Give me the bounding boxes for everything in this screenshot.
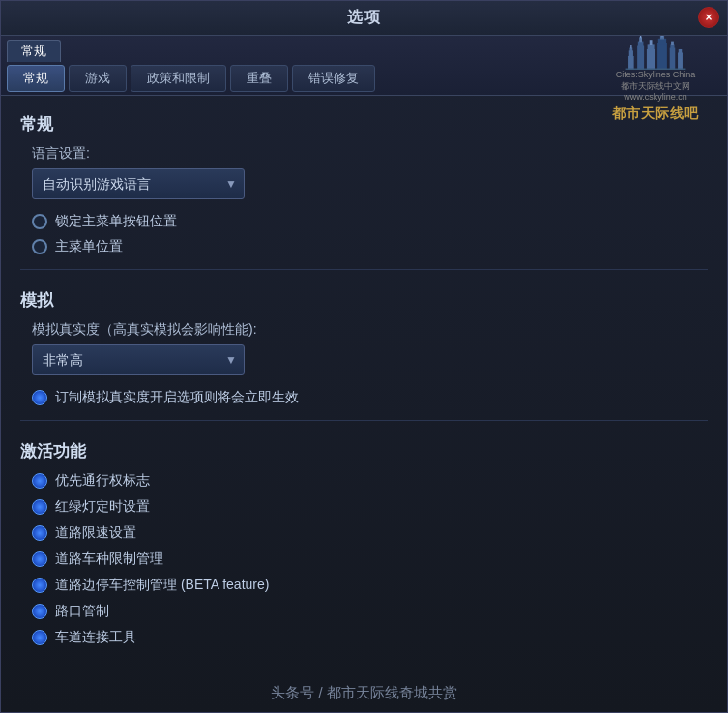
activate-section: 激活功能 优先通行权标志 红绿灯定时设置 道路限速设置 道路车种限制管理 <box>20 440 708 646</box>
tab-cuowu[interactable]: 错误修复 <box>292 65 375 92</box>
window-title: 选项 <box>347 8 382 28</box>
realism-select-wrap: 非常高 高 中 低 ▼ <box>32 344 245 375</box>
language-label: 语言设置: <box>32 145 708 163</box>
tab-chongdie[interactable]: 重叠 <box>230 65 288 92</box>
svg-rect-10 <box>650 40 653 45</box>
realism-note-label: 订制模拟真实度开启选项则将会立即生效 <box>55 389 299 406</box>
activate-item-junction-label: 路口管制 <box>55 603 109 620</box>
svg-rect-9 <box>648 44 655 50</box>
radio-circle-pos-icon <box>32 239 47 254</box>
tab-youxi[interactable]: 游戏 <box>69 65 127 92</box>
activate-item-speed-limit[interactable]: 道路限速设置 <box>32 524 708 542</box>
radio-main-pos[interactable]: 主菜单位置 <box>32 238 708 255</box>
section-title-activate: 激活功能 <box>20 440 708 462</box>
radio-circle-lock-icon <box>32 214 47 229</box>
activate-item-traffic-label: 红绿灯定时设置 <box>55 498 150 516</box>
language-select-wrap: 自动识别游戏语言 ▼ <box>32 168 245 199</box>
realism-label: 模拟真实度（高真实模拟会影响性能): <box>32 321 708 339</box>
svg-rect-17 <box>671 42 674 45</box>
radio-lock-menu-label: 锁定主菜单按钮位置 <box>55 213 177 230</box>
simulation-section: 模拟 模拟真实度（高真实模拟会影响性能): 非常高 高 中 低 ▼ 订制模拟真实… <box>20 289 708 406</box>
svg-rect-16 <box>670 44 674 49</box>
activate-item-speed-label: 道路限速设置 <box>55 524 136 542</box>
toggle-dot-vehicle-icon <box>32 551 47 567</box>
activate-item-traffic-light[interactable]: 红绿灯定时设置 <box>32 498 708 516</box>
svg-rect-18 <box>678 52 683 69</box>
svg-rect-3 <box>630 45 631 48</box>
divider-1 <box>20 269 708 270</box>
toggle-dot-traffic-icon <box>32 499 47 515</box>
svg-rect-14 <box>661 36 662 37</box>
activate-item-lane-connect[interactable]: 车道连接工具 <box>32 629 708 646</box>
tab-changgui[interactable]: 常规 <box>7 65 65 92</box>
toggle-dot-priority-icon <box>32 473 47 489</box>
tab-top-changgui[interactable]: 常规 <box>7 40 61 62</box>
toggle-dot-junction-icon <box>32 604 47 619</box>
realism-note-dot-icon <box>32 390 47 405</box>
radio-lock-menu[interactable]: 锁定主菜单按钮位置 <box>32 213 708 230</box>
svg-rect-12 <box>658 39 666 45</box>
simulation-section-body: 模拟真实度（高真实模拟会影响性能): 非常高 高 中 低 ▼ 订制模拟真实度开启… <box>20 321 708 406</box>
activate-item-vehicle-label: 道路车种限制管理 <box>55 550 163 568</box>
activate-item-junction[interactable]: 路口管制 <box>32 603 708 620</box>
close-button[interactable]: × <box>698 7 719 28</box>
activate-item-lane-label: 车道连接工具 <box>55 629 136 646</box>
activate-item-priority-label: 优先通行权标志 <box>55 472 150 490</box>
skyline-icon <box>612 36 699 70</box>
realism-select[interactable]: 非常高 高 中 低 <box>32 344 245 375</box>
section-title-simulation: 模拟 <box>20 289 708 312</box>
realism-note-item[interactable]: 订制模拟真实度开启选项则将会立即生效 <box>32 389 708 406</box>
title-bar: 选项 × <box>1 1 727 36</box>
svg-rect-19 <box>679 49 682 54</box>
activate-item-parking[interactable]: 道路边停车控制管理 (BETA feature) <box>32 577 708 594</box>
svg-rect-6 <box>639 37 642 42</box>
svg-rect-0 <box>628 56 634 70</box>
toggle-dot-lane-icon <box>32 630 47 645</box>
toggle-dot-parking-icon <box>32 578 47 593</box>
activate-item-parking-label: 道路边停车控制管理 (BETA feature) <box>55 577 269 594</box>
svg-rect-11 <box>657 43 667 70</box>
svg-rect-5 <box>638 42 644 47</box>
radio-group: 锁定主菜单按钮位置 主菜单位置 <box>32 213 708 255</box>
svg-rect-8 <box>647 49 655 70</box>
activate-item-vehicle-restrict[interactable]: 道路车种限制管理 <box>32 550 708 568</box>
section-title-general: 常规 <box>20 113 708 135</box>
svg-rect-4 <box>637 45 644 69</box>
toggle-dot-speed-icon <box>32 525 47 541</box>
svg-rect-7 <box>640 36 641 38</box>
content-area: 常规 语言设置: 自动识别游戏语言 ▼ 锁定主菜单按钮位置 主菜单位置 <box>1 96 727 712</box>
activate-item-priority[interactable]: 优先通行权标志 <box>32 472 708 490</box>
tab-zhengce[interactable]: 政策和限制 <box>131 65 226 92</box>
svg-rect-15 <box>670 48 676 70</box>
divider-2 <box>20 420 708 421</box>
language-select[interactable]: 自动识别游戏语言 <box>32 168 245 199</box>
radio-main-pos-label: 主菜单位置 <box>55 238 123 255</box>
main-window: 选项 × 常规 常规 游戏 政策和限制 重叠 错误修复 <box>0 0 728 713</box>
activate-list: 优先通行权标志 红绿灯定时设置 道路限速设置 道路车种限制管理 道路边停车控制管… <box>20 472 708 646</box>
general-section-body: 语言设置: 自动识别游戏语言 ▼ 锁定主菜单按钮位置 主菜单位置 <box>20 145 708 255</box>
